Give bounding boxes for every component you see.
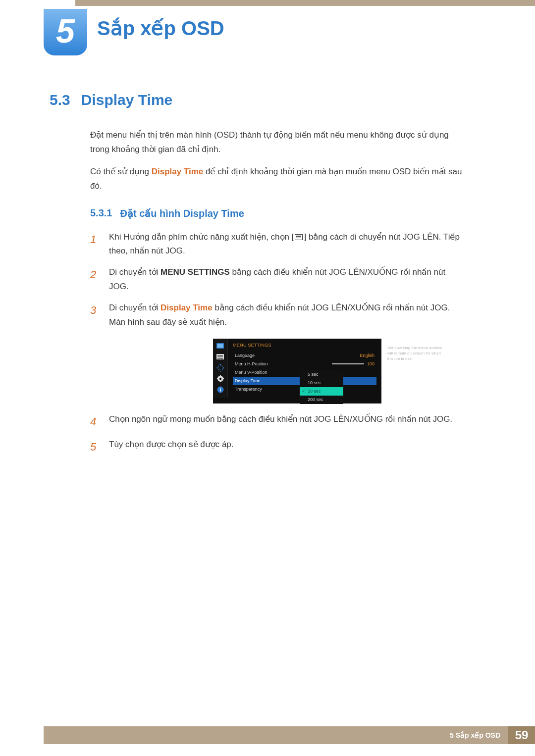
svg-rect-5 — [217, 358, 223, 359]
step-number: 4 — [90, 412, 99, 431]
svg-point-8 — [219, 378, 221, 380]
header-stripe — [75, 0, 535, 6]
section-body: Đặt menu hiển thị trên màn hình (OSD) th… — [90, 128, 466, 194]
osd-label: Language — [235, 353, 255, 358]
osd-main: MENU SETTINGS Language English Menu H-Po… — [228, 339, 381, 398]
osd-value: 100 — [367, 361, 374, 366]
section-number: 5.3 — [50, 92, 70, 108]
keyword-display-time: Display Time — [160, 303, 213, 312]
svg-rect-14 — [220, 389, 221, 391]
svg-rect-6 — [218, 366, 222, 370]
intro-paragraph-1: Đặt menu hiển thị trên màn hình (OSD) th… — [90, 128, 466, 157]
osd-value: English — [360, 353, 374, 358]
svg-rect-11 — [217, 378, 218, 379]
subsection-heading: 5.3.1 Đặt cấu hình Display Time — [90, 207, 466, 219]
svg-rect-1 — [217, 344, 223, 348]
text: Có thể sử dụng — [90, 167, 152, 176]
step-2: 2 Di chuyển tới MENU SETTINGS bằng cách … — [90, 265, 466, 294]
intro-paragraph-2: Có thể sử dụng Display Time để chỉ định … — [90, 165, 466, 194]
step-text: Tùy chọn được chọn sẽ được áp. — [109, 438, 466, 456]
move-icon — [216, 364, 224, 371]
chapter-title: Sắp xếp OSD — [97, 17, 224, 40]
step-5: 5 Tùy chọn được chọn sẽ được áp. — [90, 438, 466, 456]
osd-label: Transparency — [235, 387, 262, 392]
slider-icon — [332, 363, 364, 364]
keyword-menu-settings: MENU SETTINGS — [160, 267, 230, 277]
step-text: Chọn ngôn ngữ mong muốn bằng cách điều k… — [109, 412, 466, 431]
osd-option-5sec: 5 sec — [300, 370, 343, 379]
svg-rect-9 — [220, 375, 221, 377]
gear-icon — [216, 375, 224, 382]
text: Khi Hướng dẫn phím chức năng xuất hiện, … — [109, 232, 294, 242]
osd-label: Menu V-Position — [235, 370, 268, 375]
step-text: Di chuyển tới Display Time bằng cách điề… — [109, 301, 466, 330]
chapter-badge: 5 — [44, 9, 87, 55]
svg-rect-10 — [220, 381, 221, 382]
osd-option-20sec: 20 sec — [300, 387, 343, 396]
text: Di chuyển tới — [109, 267, 160, 277]
step-3: 3 Di chuyển tới Display Time bằng cách đ… — [90, 301, 466, 330]
svg-rect-3 — [217, 355, 223, 356]
step-number: 1 — [90, 230, 99, 259]
chapter-number: 5 — [56, 14, 75, 48]
picture-icon — [216, 343, 224, 350]
step-text: Khi Hướng dẫn phím chức năng xuất hiện, … — [109, 230, 466, 259]
steps-list: 1 Khi Hướng dẫn phím chức năng xuất hiện… — [90, 230, 466, 456]
step-1: 1 Khi Hướng dẫn phím chức năng xuất hiện… — [90, 230, 466, 259]
step-number: 3 — [90, 301, 99, 330]
osd-row-hposition: Menu H-Position 100 — [233, 360, 376, 368]
text: Di chuyển tới — [109, 303, 160, 312]
section-heading: 5.3 Display Time — [50, 92, 466, 108]
step-number: 5 — [90, 438, 99, 456]
step-text: Di chuyển tới MENU SETTINGS bằng cách đi… — [109, 265, 466, 294]
section-title: Display Time — [81, 92, 173, 108]
osd-label: Menu H-Position — [235, 361, 268, 366]
subsection-number: 5.3.1 — [90, 207, 112, 219]
step-number: 2 — [90, 265, 99, 294]
menu-icon — [295, 234, 303, 240]
footer-label: 5 Sắp xếp OSD — [44, 726, 508, 744]
step-4: 4 Chọn ngôn ngữ mong muốn bằng cách điều… — [90, 412, 466, 431]
osd-option-10sec: 10 sec — [300, 379, 343, 387]
keyword-display-time: Display Time — [152, 167, 204, 176]
info-icon — [216, 386, 224, 393]
svg-rect-4 — [217, 356, 223, 357]
osd-help-text: Set how long the menu window will remain… — [387, 346, 443, 361]
osd-row-language: Language English — [233, 352, 376, 360]
svg-rect-15 — [220, 388, 221, 389]
osd-label: Display Time — [235, 378, 261, 383]
osd-dropdown: 5 sec 10 sec 20 sec 200 sec — [300, 370, 343, 404]
svg-rect-12 — [222, 378, 224, 379]
osd-screenshot: MENU SETTINGS Language English Menu H-Po… — [213, 339, 381, 403]
page-number: 59 — [508, 726, 535, 744]
osd-sidebar — [213, 339, 228, 398]
osd-title: MENU SETTINGS — [233, 343, 376, 348]
osd-option-200sec: 200 sec — [300, 396, 343, 404]
section: 5.3 Display Time Đặt menu hiển thị trên … — [50, 92, 466, 463]
subsection-title: Đặt cấu hình Display Time — [120, 207, 244, 219]
list-icon — [216, 353, 224, 360]
page-footer: 5 Sắp xếp OSD 59 — [44, 726, 535, 744]
